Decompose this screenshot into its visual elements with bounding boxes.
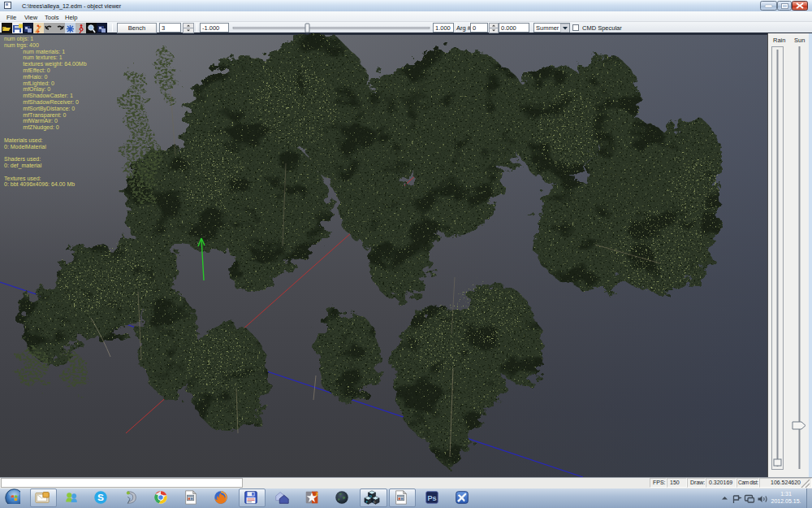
svg-text:2: 2 [316, 492, 318, 497]
svg-text:S: S [97, 492, 104, 503]
svg-text:Ps: Ps [427, 494, 436, 502]
svg-text:N: N [369, 494, 372, 498]
svg-text:C: C [374, 500, 376, 504]
